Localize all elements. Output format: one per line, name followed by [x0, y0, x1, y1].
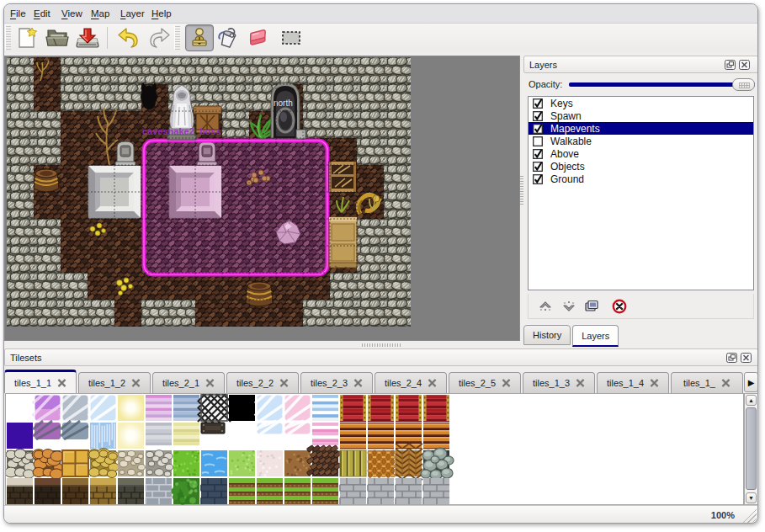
svg-text:cavesnake2_boss: cavesnake2_boss — [142, 126, 221, 136]
svg-text:north: north — [274, 98, 293, 108]
